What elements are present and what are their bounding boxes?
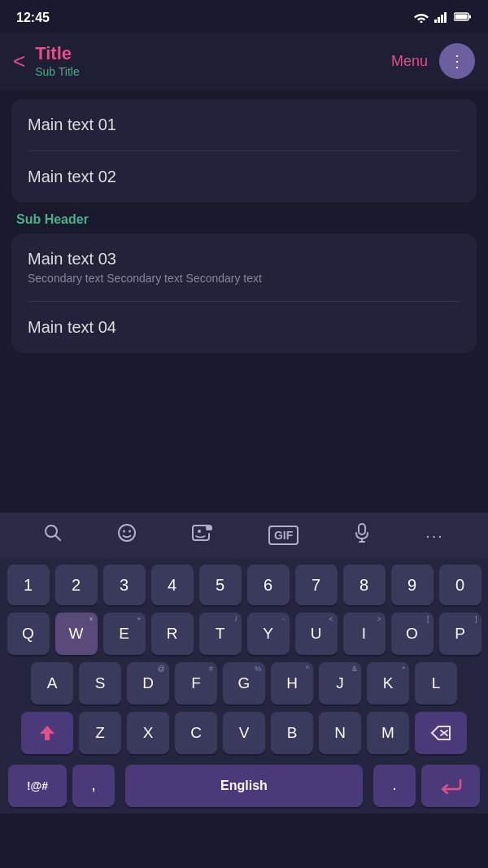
qwerty-row: Q ×W +E R /T -Y <U >I [O ]P	[3, 613, 485, 655]
list-item-2-text: Main text 02	[28, 168, 460, 186]
key-0[interactable]: 0	[439, 565, 481, 605]
list-item-3-main: Main text 03	[28, 250, 460, 268]
svg-point-10	[119, 525, 135, 541]
list-item-1[interactable]: Main text 01	[11, 99, 477, 150]
content-area: Main text 01 Main text 02 Sub Header Mai…	[0, 89, 488, 513]
key-l[interactable]: L	[415, 662, 457, 704]
key-g[interactable]: %G	[223, 662, 265, 704]
app-bar: < Title Sub Title Menu ⋮	[0, 33, 488, 89]
key-z[interactable]: Z	[79, 712, 121, 754]
svg-rect-2	[438, 17, 440, 23]
key-p[interactable]: ]P	[439, 613, 481, 655]
key-b[interactable]: B	[271, 712, 313, 754]
shift-button[interactable]	[21, 712, 73, 754]
key-w[interactable]: ×W	[55, 613, 98, 655]
svg-point-14	[206, 525, 212, 531]
key-7[interactable]: 7	[295, 565, 338, 605]
svg-rect-3	[441, 15, 443, 23]
key-a[interactable]: A	[31, 662, 73, 704]
key-h[interactable]: ^H	[271, 662, 313, 704]
mic-toolbar-icon[interactable]	[354, 523, 370, 547]
key-f[interactable]: #F	[175, 662, 217, 704]
svg-point-15	[198, 530, 201, 533]
app-title: Title	[35, 43, 79, 64]
app-bar-right: Menu ⋮	[391, 43, 475, 79]
list-item-4[interactable]: Main text 04	[11, 302, 477, 353]
sticker-toolbar-icon[interactable]	[192, 523, 213, 547]
key-c[interactable]: C	[175, 712, 217, 754]
keyboard-toolbar: GIF ···	[0, 513, 488, 558]
key-4[interactable]: 4	[151, 565, 194, 605]
list-item-2[interactable]: Main text 02	[11, 151, 477, 203]
svg-rect-7	[469, 15, 472, 19]
menu-button[interactable]: Menu	[391, 53, 428, 70]
key-y[interactable]: -Y	[247, 613, 290, 655]
space-button[interactable]: English	[125, 765, 363, 807]
svg-rect-4	[444, 12, 447, 23]
key-m[interactable]: M	[367, 712, 409, 754]
key-5[interactable]: 5	[199, 565, 242, 605]
key-v[interactable]: V	[223, 712, 265, 754]
key-d[interactable]: @D	[127, 662, 169, 704]
app-subtitle: Sub Title	[35, 65, 79, 79]
title-group: Title Sub Title	[35, 43, 79, 78]
asdf-row: A S @D #F %G ^H &J *K L	[3, 662, 485, 704]
key-i[interactable]: >I	[343, 613, 386, 655]
enter-button[interactable]	[421, 765, 480, 807]
search-toolbar-icon[interactable]	[44, 524, 62, 547]
more-toolbar-icon[interactable]: ···	[425, 526, 444, 545]
status-time: 12:45	[16, 11, 50, 25]
list-item-3-secondary: Secondary text Secondary text Secondary …	[28, 272, 460, 285]
key-8[interactable]: 8	[343, 565, 386, 605]
comma-button[interactable]: ,	[72, 765, 115, 807]
signal-icon	[434, 11, 449, 25]
emoji-toolbar-icon[interactable]	[117, 523, 137, 547]
app-bar-left: < Title Sub Title	[13, 43, 80, 78]
list-card-1: Main text 01 Main text 02	[11, 99, 477, 203]
key-6[interactable]: 6	[247, 565, 290, 605]
list-item-4-main: Main text 04	[28, 318, 460, 337]
key-2[interactable]: 2	[55, 565, 98, 605]
status-bar: 12:45	[0, 0, 488, 33]
key-u[interactable]: <U	[295, 613, 338, 655]
number-row: 1 2 3 4 5 6 7 8 9 0	[3, 565, 485, 605]
status-icons	[413, 11, 472, 25]
wifi-icon	[413, 11, 429, 25]
more-icon: ⋮	[449, 51, 466, 71]
svg-point-0	[420, 20, 423, 23]
key-s[interactable]: S	[79, 662, 121, 704]
key-x[interactable]: X	[127, 712, 169, 754]
svg-point-11	[123, 530, 125, 533]
list-item-3[interactable]: Main text 03 Secondary text Secondary te…	[11, 233, 477, 301]
key-1[interactable]: 1	[7, 565, 50, 605]
key-t[interactable]: /T	[199, 613, 242, 655]
svg-rect-16	[359, 524, 365, 534]
backspace-button[interactable]	[415, 712, 467, 754]
keyboard: 1 2 3 4 5 6 7 8 9 0 Q ×W +E R /T -Y <U >…	[0, 558, 488, 813]
key-n[interactable]: N	[319, 712, 361, 754]
svg-rect-1	[434, 20, 437, 23]
sub-header: Sub Header	[16, 212, 472, 227]
key-q[interactable]: Q	[7, 613, 50, 655]
sym-button[interactable]: !@#	[8, 765, 67, 807]
battery-icon	[454, 11, 472, 24]
key-o[interactable]: [O	[391, 613, 434, 655]
list-card-2: Main text 03 Secondary text Secondary te…	[11, 233, 477, 353]
back-button[interactable]: <	[13, 49, 25, 74]
zxcv-row: Z X C V B N M	[3, 712, 485, 754]
dot-button[interactable]: .	[373, 765, 416, 807]
key-9[interactable]: 9	[391, 565, 434, 605]
svg-point-12	[129, 530, 131, 533]
bottom-row: !@# , English .	[3, 761, 485, 813]
list-item-1-text: Main text 01	[28, 116, 460, 134]
key-k[interactable]: *K	[367, 662, 409, 704]
key-3[interactable]: 3	[103, 565, 146, 605]
svg-line-9	[55, 535, 60, 540]
key-e[interactable]: +E	[103, 613, 146, 655]
key-r[interactable]: R	[151, 613, 194, 655]
more-button[interactable]: ⋮	[439, 43, 475, 79]
gif-toolbar-icon[interactable]: GIF	[268, 526, 298, 545]
key-j[interactable]: &J	[319, 662, 361, 704]
svg-rect-6	[455, 15, 468, 20]
